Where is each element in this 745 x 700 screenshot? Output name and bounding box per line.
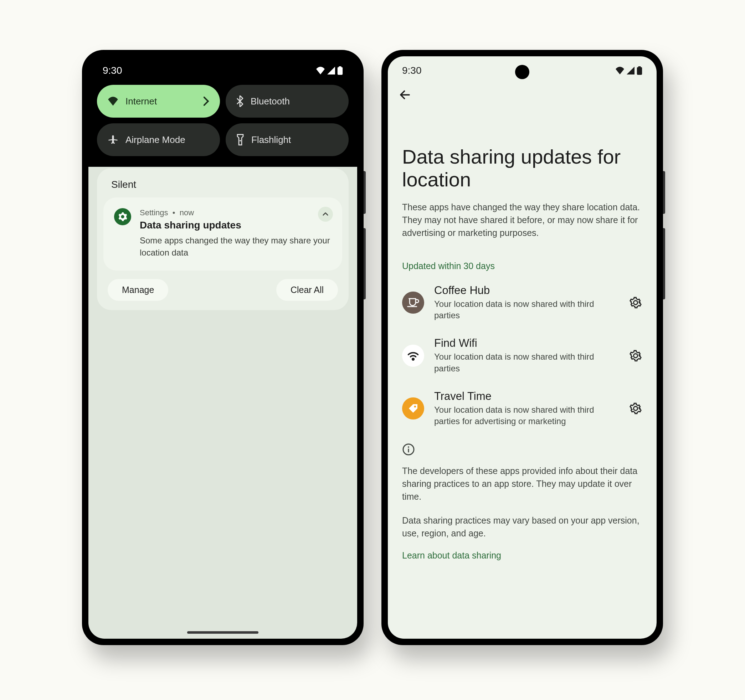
volume-button: [663, 228, 665, 299]
app-name: Coffee Hub: [434, 284, 619, 297]
app-name: Travel Time: [434, 390, 619, 403]
learn-link[interactable]: Learn about data sharing: [402, 550, 642, 561]
svg-point-7: [414, 405, 416, 407]
notification-panel: Silent Settings • now Data sharing updat…: [97, 168, 349, 310]
gear-icon[interactable]: [629, 349, 642, 362]
info-icon: [402, 443, 642, 457]
svg-rect-10: [408, 449, 409, 453]
app-desc: Your location data is now shared with th…: [434, 298, 619, 322]
info-section: The developers of these apps provided in…: [402, 443, 642, 561]
phone-right: 9:30 Data sharing updates for location T…: [381, 50, 663, 645]
notif-sep: •: [172, 208, 175, 217]
page-content: Data sharing updates for location These …: [388, 117, 657, 561]
coffee-cup-icon: [407, 298, 419, 308]
silent-heading: Silent: [97, 179, 349, 197]
camera-hole: [515, 65, 530, 79]
flashlight-icon: [236, 134, 244, 145]
svg-rect-6: [638, 66, 640, 68]
notification-body: Some apps changed the way they may share…: [140, 235, 332, 259]
status-time: 9:30: [402, 65, 422, 76]
power-button: [364, 171, 366, 214]
find-wifi-icon: [402, 345, 424, 367]
wifi-icon: [316, 67, 325, 75]
notification-actions: Manage Clear All: [97, 271, 349, 303]
qs-label: Internet: [126, 96, 157, 107]
phone-left: 9:30 Internet Bluetooth Airplane Mode: [82, 50, 364, 645]
app-row-travel-time[interactable]: Travel Time Your location data is now sh…: [402, 390, 642, 427]
notification-meta: Settings • now: [140, 208, 332, 217]
status-time: 9:30: [103, 65, 122, 76]
volume-button: [364, 228, 366, 299]
info-paragraph-1: The developers of these apps provided in…: [402, 464, 642, 503]
svg-rect-5: [637, 67, 642, 75]
quick-settings-row-1: Internet Bluetooth: [88, 85, 357, 123]
qs-tile-airplane[interactable]: Airplane Mode: [97, 123, 220, 156]
svg-point-2: [239, 140, 241, 142]
back-row: [388, 85, 657, 117]
screen-notification-shade: 9:30 Internet Bluetooth Airplane Mode: [88, 56, 357, 639]
svg-rect-0: [338, 67, 343, 75]
gear-icon[interactable]: [629, 296, 642, 310]
coffee-hub-icon: [402, 292, 424, 314]
status-icons: [615, 66, 642, 75]
qs-tile-flashlight[interactable]: Flashlight: [226, 123, 349, 156]
chevron-right-icon: [203, 97, 209, 106]
signal-icon: [627, 67, 634, 75]
wifi-icon: [407, 351, 420, 361]
info-paragraph-2: Data sharing practices may vary based on…: [402, 514, 642, 540]
qs-label: Flashlight: [251, 135, 291, 145]
svg-point-9: [408, 446, 409, 448]
page-subtitle: These apps have changed the way they sha…: [402, 200, 642, 239]
chevron-up-icon: [323, 212, 328, 216]
app-row-find-wifi[interactable]: Find Wifi Your location data is now shar…: [402, 337, 642, 374]
section-label: Updated within 30 days: [402, 261, 642, 271]
notif-source: Settings: [140, 208, 168, 217]
wifi-icon: [615, 67, 624, 75]
svg-rect-1: [339, 66, 341, 68]
signal-icon: [327, 67, 335, 75]
qs-label: Bluetooth: [251, 96, 290, 107]
app-desc: Your location data is now shared with th…: [434, 404, 619, 427]
qs-label: Airplane Mode: [126, 135, 186, 145]
collapse-button[interactable]: [318, 207, 333, 222]
quick-settings-row-2: Airplane Mode Flashlight: [88, 123, 357, 162]
notif-time: now: [180, 208, 194, 217]
bluetooth-icon: [236, 96, 244, 107]
gear-icon[interactable]: [629, 402, 642, 415]
app-desc: Your location data is now shared with th…: [434, 351, 619, 374]
nav-handle[interactable]: [187, 631, 259, 634]
qs-tile-internet[interactable]: Internet: [97, 85, 220, 118]
status-bar: 9:30: [88, 56, 357, 85]
airplane-icon: [108, 135, 118, 145]
page-title: Data sharing updates for location: [402, 145, 642, 191]
qs-tile-bluetooth[interactable]: Bluetooth: [226, 85, 349, 118]
back-arrow-icon[interactable]: [398, 88, 411, 101]
gear-icon: [118, 212, 128, 222]
tag-icon: [407, 403, 419, 414]
battery-icon: [637, 66, 642, 75]
power-button: [663, 171, 665, 214]
clear-all-button[interactable]: Clear All: [276, 279, 338, 301]
wifi-icon: [108, 97, 118, 106]
screen-data-sharing: 9:30 Data sharing updates for location T…: [388, 56, 657, 639]
settings-app-icon: [114, 208, 131, 225]
manage-button[interactable]: Manage: [108, 279, 168, 301]
status-icons: [316, 66, 343, 75]
notification-title: Data sharing updates: [140, 220, 332, 231]
app-name: Find Wifi: [434, 337, 619, 350]
travel-time-icon: [402, 397, 424, 419]
battery-icon: [337, 66, 343, 75]
notification-content: Settings • now Data sharing updates Some…: [140, 208, 332, 259]
app-row-coffee-hub[interactable]: Coffee Hub Your location data is now sha…: [402, 284, 642, 322]
notification-card[interactable]: Settings • now Data sharing updates Some…: [103, 197, 342, 271]
